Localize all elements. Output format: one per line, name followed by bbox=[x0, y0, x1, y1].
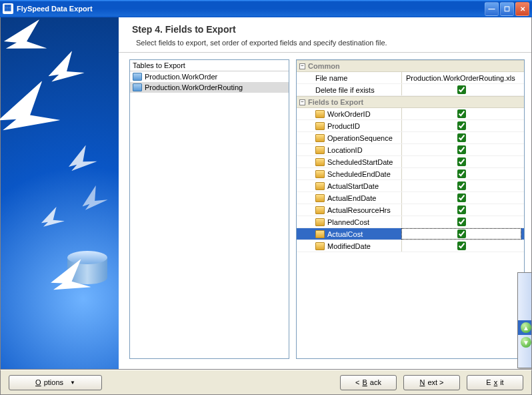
tables-pane[interactable]: Tables to Export Production.WorkOrder Pr… bbox=[129, 59, 289, 359]
field-icon bbox=[315, 206, 325, 214]
window-title: FlySpeed Data Export bbox=[17, 5, 485, 13]
paper-plane-icon bbox=[43, 51, 85, 89]
field-row[interactable]: ActualResourceHrs bbox=[297, 204, 524, 216]
menu-uncheck-all[interactable]: Uncheck All bbox=[518, 302, 531, 317]
field-icon bbox=[315, 134, 325, 142]
titlebar[interactable]: FlySpeed Data Export — ☐ ✕ bbox=[0, 0, 532, 17]
table-row[interactable]: Production.WorkOrder bbox=[130, 71, 289, 82]
field-row[interactable]: PlannedCost bbox=[297, 216, 524, 228]
field-icon bbox=[315, 194, 325, 202]
menu-move-down[interactable]: ▼ Move Down bbox=[518, 335, 531, 350]
field-checkbox[interactable] bbox=[457, 206, 466, 214]
footer: Options▼ < Back Next > Exit bbox=[0, 370, 532, 395]
field-row[interactable]: ProductID bbox=[297, 120, 524, 132]
menu-reset[interactable]: Reset to defaults bbox=[518, 353, 531, 368]
table-icon bbox=[133, 83, 142, 91]
prop-label: Delete file if exists bbox=[315, 86, 399, 94]
wizard-sidebar bbox=[1, 17, 119, 369]
field-icon bbox=[315, 170, 325, 178]
context-menu: Check All Invert Uncheck All ▲ Move Up ▼… bbox=[517, 272, 531, 368]
field-icon bbox=[315, 182, 325, 190]
paper-plane-icon bbox=[64, 145, 97, 177]
delete-file-checkbox[interactable] bbox=[457, 85, 466, 94]
back-button[interactable]: < Back bbox=[340, 375, 397, 390]
prop-row-deletefile[interactable]: Delete file if exists bbox=[297, 84, 524, 96]
field-icon bbox=[315, 110, 325, 118]
field-checkbox[interactable] bbox=[457, 218, 466, 226]
field-row[interactable]: ScheduledStartDate bbox=[297, 156, 524, 168]
field-icon bbox=[315, 122, 325, 130]
field-icon bbox=[315, 158, 325, 166]
paper-plane-icon bbox=[1, 19, 47, 59]
field-checkbox[interactable] bbox=[457, 109, 466, 118]
field-row[interactable]: ActualStartDate bbox=[297, 180, 524, 192]
collapse-icon[interactable]: − bbox=[299, 63, 305, 69]
field-checkbox[interactable] bbox=[457, 181, 466, 190]
group-common[interactable]: − Common bbox=[297, 60, 524, 72]
tables-heading: Tables to Export bbox=[130, 60, 289, 71]
maximize-button[interactable]: ☐ bbox=[500, 2, 514, 16]
field-checkbox[interactable] bbox=[457, 169, 466, 178]
paper-plane-icon bbox=[0, 81, 61, 144]
prop-label: File name bbox=[315, 74, 399, 82]
arrow-up-icon: ▲ bbox=[521, 322, 531, 333]
step-header: Step 4. Fields to Export Select fields t… bbox=[119, 17, 531, 53]
group-fields[interactable]: − Fields to Export bbox=[297, 96, 524, 108]
chevron-down-icon: ▼ bbox=[70, 380, 75, 386]
field-checkbox[interactable] bbox=[457, 121, 466, 130]
table-icon bbox=[133, 73, 142, 81]
close-button[interactable]: ✕ bbox=[515, 2, 529, 16]
field-checkbox[interactable] bbox=[457, 133, 466, 142]
prop-row-filename[interactable]: File name Production.WorkOrderRouting.xl… bbox=[297, 72, 524, 84]
menu-check-all[interactable]: Check All bbox=[518, 273, 531, 288]
menu-move-up[interactable]: ▲ Move Up bbox=[518, 320, 531, 335]
minimize-button[interactable]: — bbox=[485, 2, 499, 16]
field-checkbox[interactable] bbox=[457, 193, 466, 202]
table-label: Production.WorkOrderRouting bbox=[145, 83, 243, 91]
properties-pane[interactable]: − Common File name Production.WorkOrderR… bbox=[296, 59, 525, 359]
field-row[interactable]: LocationID bbox=[297, 144, 524, 156]
arrow-down-icon: ▼ bbox=[521, 337, 531, 348]
exit-button[interactable]: Exit bbox=[467, 375, 523, 390]
table-label: Production.WorkOrder bbox=[145, 73, 217, 81]
field-row[interactable]: OperationSequence bbox=[297, 132, 524, 144]
prop-value[interactable]: Production.WorkOrderRouting.xls bbox=[401, 72, 521, 83]
table-row[interactable]: Production.WorkOrderRouting bbox=[130, 82, 289, 93]
paper-plane-icon bbox=[38, 207, 65, 232]
field-checkbox[interactable] bbox=[457, 230, 466, 238]
field-icon bbox=[315, 146, 325, 154]
field-checkbox[interactable] bbox=[457, 242, 466, 250]
field-icon bbox=[315, 242, 325, 250]
app-icon bbox=[3, 3, 13, 14]
field-row[interactable]: ScheduledEndDate bbox=[297, 168, 524, 180]
collapse-icon[interactable]: − bbox=[299, 99, 305, 105]
menu-invert[interactable]: Invert bbox=[518, 288, 531, 302]
field-checkbox[interactable] bbox=[457, 157, 466, 166]
field-row[interactable]: WorkOrderID bbox=[297, 108, 524, 120]
field-icon bbox=[315, 218, 325, 226]
paper-plane-icon bbox=[77, 185, 108, 216]
step-title: Step 4. Fields to Export bbox=[132, 24, 518, 35]
options-button[interactable]: Options▼ bbox=[9, 375, 102, 390]
field-row[interactable]: ActualEndDate bbox=[297, 192, 524, 204]
field-checkbox[interactable] bbox=[457, 145, 466, 154]
field-row[interactable]: ActualCost bbox=[297, 228, 524, 240]
field-icon bbox=[315, 230, 325, 238]
next-button[interactable]: Next > bbox=[403, 375, 460, 390]
step-subtitle: Select fields to export, set order of ex… bbox=[132, 39, 518, 47]
field-row[interactable]: ModifiedDate bbox=[297, 240, 524, 252]
